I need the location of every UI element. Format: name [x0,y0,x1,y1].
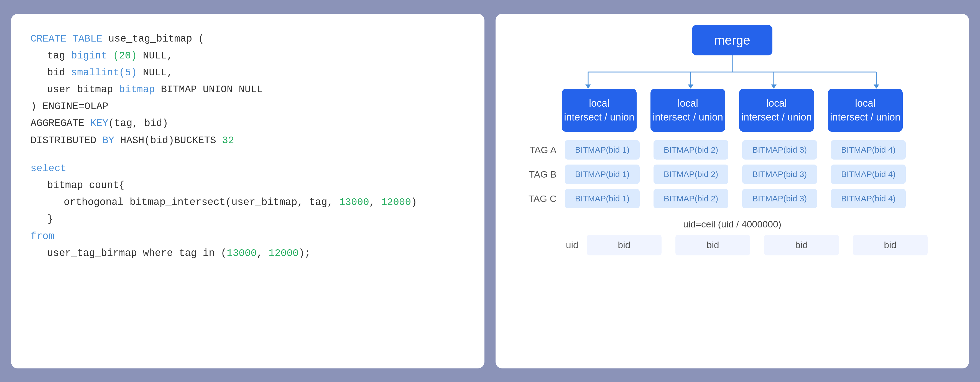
code-pre-3: bid [47,67,71,78]
code-line-12: from [30,228,465,245]
data-row-tag-c: TAG C BITMAP(bid 1) BITMAP(bid 2) BITMAP… [520,189,944,208]
code-line-7: DISTRIBUTED BY HASH(bid)BUCKETS 32 [30,132,465,149]
code-line-9: bitmap_count{ [30,177,465,194]
code-line-5: ) ENGINE=OLAP [30,98,465,115]
code-line-3: bid smallint(5) NULL, [30,64,465,81]
tag-b-cell-2: BITMAP(bid 2) [654,165,729,184]
code-rest-1: use_tag_bitmap ( [102,33,204,44]
data-section: TAG A BITMAP(bid 1) BITMAP(bid 2) BITMAP… [515,140,950,213]
tag-a-label: TAG A [520,144,565,155]
keyword-smallint: smallint(5) [71,67,137,78]
data-row-tag-a: TAG A BITMAP(bid 1) BITMAP(bid 2) BITMAP… [520,140,944,160]
bid-cell-1: bid [587,235,662,255]
code-rest-4: BITMAP_UNION NULL [155,84,263,95]
svg-marker-9 [873,84,879,89]
tag-b-cell-3: BITMAP(bid 3) [742,165,817,184]
formula: uid=ceil (uid / 4000000) [683,219,781,230]
tag-a-cell-4: BITMAP(bid 4) [831,140,906,160]
li-box-4: local intersect / union [828,89,903,132]
keyword-bigint: bigint [71,50,107,62]
keyword-create-table: CREATE TABLE [30,33,102,44]
tag-b-cell-1: BITMAP(bid 1) [565,165,640,184]
tag-b-cell-4: BITMAP(bid 4) [831,165,906,184]
tag-a-cells: BITMAP(bid 1) BITMAP(bid 2) BITMAP(bid 3… [565,140,944,160]
tag-c-cell-1: BITMAP(bid 1) [565,189,640,208]
svg-marker-7 [771,84,776,89]
tag-c-cell-4: BITMAP(bid 4) [831,189,906,208]
code-line-6: AGGREGATE KEY(tag, bid) [30,115,465,132]
code-rest-3: NULL, [137,67,173,78]
code-pre-4: user_bitmap [47,84,119,95]
code-pre-2: tag [47,50,71,62]
uid-bid-row: uid bid bid bid bid [537,235,928,255]
code-line-2: tag bigint (20) NULL, [30,48,465,64]
tag-b-label: TAG B [520,169,565,180]
tag-a-cell-1: BITMAP(bid 1) [565,140,640,160]
data-row-tag-b: TAG B BITMAP(bid 1) BITMAP(bid 2) BITMAP… [520,165,944,184]
bid-cell-3: bid [764,235,839,255]
keyword-bitmap: bitmap [119,84,155,95]
right-panel: merge local intersect / union [496,14,969,368]
li-row: local intersect / union local intersect … [562,89,903,132]
svg-marker-5 [688,84,694,89]
arrows-area [515,55,950,89]
svg-marker-3 [585,84,591,89]
merge-box: merge [692,25,772,55]
code-line-11: } [30,211,465,228]
tag-c-cell-2: BITMAP(bid 2) [654,189,729,208]
tag-c-cell-3: BITMAP(bid 3) [742,189,817,208]
tag-c-cells: BITMAP(bid 1) BITMAP(bid 2) BITMAP(bid 3… [565,189,944,208]
tag-c-label: TAG C [520,193,565,204]
num-20: (20) [107,50,143,62]
bid-cell-2: bid [675,235,750,255]
code-line-10: orthogonal bitmap_intersect(user_bitmap,… [30,194,465,211]
tag-b-cells: BITMAP(bid 1) BITMAP(bid 2) BITMAP(bid 3… [565,165,944,184]
left-panel: CREATE TABLE use_tag_bitmap ( tag bigint… [11,14,484,368]
tag-a-cell-3: BITMAP(bid 3) [742,140,817,160]
arrows-svg [515,55,950,89]
li-box-2: local intersect / union [651,89,725,132]
tag-a-cell-2: BITMAP(bid 2) [654,140,729,160]
code-line-8: select [30,160,465,177]
code-rest-2: NULL, [143,50,173,62]
bid-cells: bid bid bid bid [587,235,928,255]
code-block: CREATE TABLE use_tag_bitmap ( tag bigint… [30,30,465,262]
li-box-3: local intersect / union [739,89,814,132]
bid-cell-4: bid [853,235,928,255]
li-box-1: local intersect / union [562,89,636,132]
uid-label: uid [542,239,587,250]
code-line-4: user_bitmap bitmap BITMAP_UNION NULL [30,81,465,98]
code-line-13: user_tag_birmap where tag in (13000, 120… [30,245,465,262]
code-line-1: CREATE TABLE use_tag_bitmap ( [30,30,465,48]
